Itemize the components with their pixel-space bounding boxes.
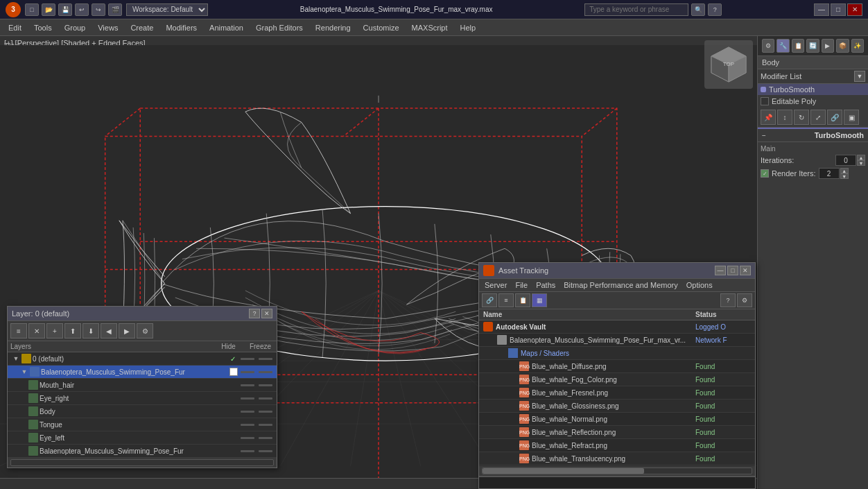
layers-tool-3[interactable]: + (46, 323, 63, 338)
rp-icon-1[interactable]: ⚙ (762, 39, 774, 53)
rp-icon-6[interactable]: 📦 (836, 39, 849, 53)
asset-row[interactable]: PNG Blue_whale_Refract.png Found (479, 439, 755, 452)
layer-row[interactable]: ▼ Balaenoptera_Musculus_Swimming_Pose_Fu… (8, 366, 277, 379)
layer-hide-2[interactable] (239, 384, 256, 386)
ts-iterations-spinner[interactable]: ▲ ▼ (835, 155, 865, 166)
rotate-button[interactable]: ↻ (794, 110, 809, 125)
scale-button[interactable]: ⤢ (810, 110, 826, 125)
asset-menu-server[interactable]: Server (482, 280, 510, 290)
layers-tool-6[interactable]: ◀ (101, 323, 117, 338)
menu-rendering[interactable]: Rendering (310, 21, 356, 35)
layers-tool-8[interactable]: ⚙ (137, 323, 153, 338)
asset-row[interactable]: PNG Blue_whale_Translucency.png Found (479, 452, 755, 465)
new-file-button[interactable]: □ (25, 3, 39, 16)
search-button[interactable]: 🔍 (691, 3, 705, 16)
asset-menu-paths[interactable]: Paths (533, 280, 558, 290)
asset-menu-options[interactable]: Options (684, 280, 715, 290)
layer-row[interactable]: Eye_left (8, 431, 277, 445)
ts-render-checkbox[interactable]: ✓ (761, 169, 769, 178)
layer-row[interactable]: Tongue (8, 418, 277, 431)
layer-hide-7[interactable] (239, 450, 256, 452)
modifier-checkbox[interactable] (761, 97, 769, 105)
ts-render-up[interactable]: ▲ (840, 168, 849, 173)
asset-tool-2[interactable]: ≡ (498, 293, 514, 307)
modifier-list-dropdown[interactable]: ▼ (854, 71, 865, 82)
asset-close-button[interactable]: ✕ (740, 266, 751, 275)
asset-row[interactable]: Maps / Shaders (479, 347, 755, 360)
layer-row[interactable]: ▼ 0 (default) ✓ (8, 352, 277, 366)
asset-tool-1[interactable]: 🔗 (482, 293, 497, 307)
menu-help[interactable]: Help (455, 21, 482, 35)
menu-modifiers[interactable]: Modifiers (160, 21, 202, 35)
menu-graph-editors[interactable]: Graph Editors (250, 21, 309, 35)
pin-button[interactable]: 📌 (761, 110, 776, 125)
asset-row[interactable]: PNG Blue_whale_Fog_Color.png Found (479, 373, 755, 386)
ts-collapse-button[interactable]: − (762, 132, 766, 139)
layer-freeze-0[interactable] (257, 358, 274, 360)
layer-hide-3[interactable] (239, 397, 256, 400)
save-file-button[interactable]: 💾 (58, 3, 72, 16)
redo-button[interactable]: ↪ (92, 3, 105, 16)
asset-path-input[interactable] (479, 477, 755, 488)
asset-menu-bitmap[interactable]: Bitmap Performance and Memory (561, 280, 680, 290)
menu-customize[interactable]: Customize (358, 21, 405, 35)
layer-hide-4[interactable] (239, 411, 256, 413)
navigation-cube[interactable]: TOP (704, 40, 753, 89)
rp-icon-4[interactable]: 🔄 (806, 39, 819, 53)
open-file-button[interactable]: 📂 (42, 3, 55, 16)
ts-iterations-down[interactable]: ▼ (857, 160, 865, 166)
rp-icon-3[interactable]: 📋 (792, 39, 804, 53)
layer-hide-6[interactable] (239, 437, 256, 439)
layer-hide-5[interactable] (239, 424, 256, 426)
maximize-button[interactable]: □ (831, 3, 846, 16)
menu-group[interactable]: Group (59, 21, 92, 35)
layer-freeze-7[interactable] (257, 450, 274, 452)
menu-views[interactable]: Views (92, 21, 123, 35)
asset-row[interactable]: Balaenoptera_Musculus_Swimming_Pose_Fur_… (479, 334, 755, 347)
asset-tool-settings[interactable]: ⚙ (737, 293, 752, 307)
asset-row[interactable]: PNG Blue_whale_Glossiness.png Found (479, 400, 755, 413)
ts-iterations-up[interactable]: ▲ (857, 155, 865, 160)
search-input[interactable] (584, 3, 688, 16)
menu-edit[interactable]: Edit (3, 21, 27, 35)
ts-render-input[interactable] (819, 168, 840, 179)
workspace-selector[interactable]: Workspace: Default (126, 3, 208, 16)
asset-row[interactable]: PNG Blue_whale_Fresnel.png Found (479, 386, 755, 400)
asset-minimize-button[interactable]: — (715, 266, 726, 275)
rp-icon-7[interactable]: ✨ (851, 39, 864, 53)
menu-maxscript[interactable]: MAXScript (406, 21, 453, 35)
ts-render-down[interactable]: ▼ (840, 173, 849, 179)
layers-scrollbar[interactable] (10, 459, 274, 466)
layer-freeze-3[interactable] (257, 397, 274, 400)
layers-tool-7[interactable]: ▶ (119, 323, 135, 338)
layer-freeze-4[interactable] (257, 411, 274, 413)
layer-check-1[interactable] (229, 368, 238, 376)
layer-expand-1[interactable]: ▼ (20, 368, 28, 376)
ts-iterations-input[interactable] (835, 155, 856, 166)
layers-tool-4[interactable]: ⬆ (64, 323, 81, 338)
asset-tool-4[interactable]: ▦ (532, 293, 547, 307)
layer-row[interactable]: Mouth_hair (8, 379, 277, 392)
undo-button[interactable]: ↩ (75, 3, 89, 16)
layer-hide-0[interactable] (239, 358, 256, 360)
layer-freeze-5[interactable] (257, 424, 274, 426)
link-button[interactable]: 🔗 (827, 110, 842, 125)
extra-button[interactable]: ▣ (844, 110, 859, 125)
menu-tools[interactable]: Tools (28, 21, 58, 35)
layers-tool-1[interactable]: ≡ (10, 323, 27, 338)
layer-freeze-2[interactable] (257, 384, 274, 386)
asset-row[interactable]: PNG Blue_whale_Normal.png Found (479, 413, 755, 426)
asset-menu-file[interactable]: File (512, 280, 530, 290)
layers-close-button[interactable]: ✕ (261, 309, 272, 318)
layer-freeze-1[interactable] (257, 371, 274, 373)
layers-help-button[interactable]: ? (249, 309, 260, 318)
asset-row[interactable]: PNG Blue_whale_Reflection.png Found (479, 426, 755, 439)
asset-maximize-button[interactable]: □ (727, 266, 738, 275)
layer-row[interactable]: Body (8, 405, 277, 418)
minimize-button[interactable]: — (814, 3, 829, 16)
rp-icon-5[interactable]: ▶ (822, 39, 834, 53)
modifier-editable-poly[interactable]: Editable Poly (758, 96, 868, 108)
layers-tool-5[interactable]: ⬇ (83, 323, 99, 338)
help-button[interactable]: ? (708, 3, 722, 16)
asset-scrollbar[interactable] (482, 467, 752, 474)
